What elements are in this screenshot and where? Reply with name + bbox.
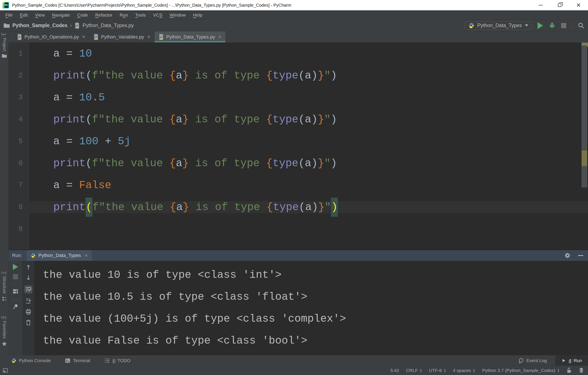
settings-gear-icon[interactable] — [564, 252, 571, 259]
stop-button[interactable] — [561, 23, 566, 28]
status-widget-label: CRLF — [406, 368, 418, 373]
menu-bar: FileEditViewNavigateCodeRefactorRunTools… — [0, 10, 588, 20]
minimize-button[interactable] — [531, 0, 550, 10]
code-text[interactable]: print(f"the value {a} is of type {type(a… — [29, 201, 588, 213]
run-configuration-name: Python_Data_Types — [477, 22, 522, 28]
line-number[interactable]: 7 — [9, 181, 29, 189]
stop-button[interactable] — [13, 274, 18, 279]
hector-inspector-icon[interactable] — [578, 368, 584, 373]
editor-tab-bar: Python_IO_Operations.py✕Python_Variables… — [9, 32, 588, 43]
hide-panel-button[interactable] — [578, 255, 583, 256]
tool-window-button-4-run[interactable]: 4: Run — [555, 355, 588, 365]
breadcrumb-project[interactable]: Python_Sample_Codes — [12, 22, 67, 28]
line-number[interactable]: 6 — [9, 159, 29, 167]
code-text[interactable]: print(f"the value {a} is of type {type(a… — [29, 113, 588, 126]
run-tab[interactable]: Python_Data_Types ✕ — [27, 250, 92, 261]
clear-all-button[interactable] — [25, 319, 32, 326]
code-line: 6print(f"the value {a} is of type {type(… — [9, 152, 588, 174]
code-line: 1a = 10 — [9, 43, 588, 64]
soft-wrap-button[interactable] — [24, 285, 32, 293]
console-output-line[interactable]: the value (100+5j) is of type <class 'co… — [43, 308, 588, 330]
menu-view[interactable]: View — [31, 12, 48, 18]
pin-tab-button[interactable] — [12, 303, 19, 310]
menu-navigate[interactable]: Navigate — [48, 12, 74, 18]
tool-window-button-event-log[interactable]: Event Log — [518, 355, 547, 365]
tool-window-button-python-console[interactable]: Python Console — [11, 355, 51, 365]
status-widget[interactable]: CRLF▲▼ — [406, 368, 422, 373]
run-panel: the value 10 is of type <class 'int'>the… — [9, 261, 588, 355]
editor-tab[interactable]: Python_Data_Types.py✕ — [155, 32, 225, 42]
run-panel-actions — [564, 252, 583, 259]
code-text[interactable]: a = 10 — [29, 48, 588, 60]
stripe-button-2-favorites[interactable]: 2: Favorites — [0, 316, 9, 347]
run-button[interactable] — [537, 22, 543, 29]
line-number[interactable]: 1 — [9, 49, 29, 58]
restore-layout-button[interactable] — [12, 288, 19, 295]
down-stack-trace-button[interactable] — [25, 275, 32, 281]
console-output-line[interactable]: the value False is of type <class 'bool'… — [43, 330, 588, 352]
console-output[interactable]: the value 10 is of type <class 'int'>the… — [34, 261, 588, 355]
close-icon[interactable]: ✕ — [82, 34, 85, 39]
unlock-icon[interactable] — [567, 367, 572, 374]
line-number[interactable]: 4 — [9, 115, 29, 123]
restore-icon — [558, 3, 561, 7]
status-widget[interactable]: 4 spaces▲▼ — [453, 368, 475, 373]
menu-help[interactable]: Help — [189, 12, 206, 18]
code-text[interactable]: a = 10.5 — [29, 91, 588, 104]
menu-code[interactable]: Code — [74, 12, 92, 18]
run-tab-label: Python_Data_Types — [38, 253, 81, 258]
print-button[interactable] — [25, 309, 32, 315]
tool-window-switcher[interactable] — [3, 368, 8, 373]
spinner-arrows-icon: ▲▼ — [444, 368, 446, 373]
menu-edit[interactable]: Edit — [16, 12, 31, 18]
scroll-to-end-button[interactable] — [25, 298, 32, 304]
menu-window[interactable]: Window — [166, 12, 189, 18]
status-widget[interactable]: Python 3.7 (Python_Sample_Codes)▲▼ — [482, 368, 560, 373]
spinner-arrows-icon: ▲▼ — [420, 368, 422, 373]
line-number[interactable]: 2 — [9, 71, 29, 80]
status-widget[interactable]: 5:42 — [390, 368, 399, 373]
code-text[interactable]: a = False — [29, 179, 588, 191]
up-stack-trace-button[interactable] — [25, 264, 32, 270]
window-title: Python_Sample_Codes [C:\Users\User\Pycha… — [12, 3, 291, 8]
line-number[interactable]: 9 — [9, 225, 29, 233]
console-output-line[interactable]: the value 10.5 is of type <class 'float'… — [43, 286, 588, 308]
tool-window-button-6-todo[interactable]: 6: TODO — [105, 355, 130, 365]
stripe-label: 1: Project — [2, 33, 7, 51]
restore-button[interactable] — [550, 0, 569, 10]
tab-label: Python_IO_Operations.py — [24, 34, 79, 40]
menu-file[interactable]: File — [2, 12, 16, 18]
code-text[interactable]: print(f"the value {a} is of type {type(a… — [29, 69, 588, 82]
line-number[interactable]: 5 — [9, 137, 29, 145]
run-configuration-select[interactable]: Python_Data_Types — [465, 21, 532, 30]
editor-tab[interactable]: Python_IO_Operations.py✕ — [13, 32, 89, 42]
menu-vcs[interactable]: VCS — [149, 12, 166, 18]
close-icon[interactable]: ✕ — [147, 34, 150, 39]
line-number[interactable]: 3 — [9, 93, 29, 101]
code-text[interactable]: a = 100 + 5j — [29, 135, 588, 148]
debug-button[interactable] — [549, 22, 556, 29]
code-text[interactable]: print(f"the value {a} is of type {type(a… — [29, 157, 588, 170]
menu-tools[interactable]: Tools — [132, 12, 149, 18]
stripe-button-7-structure[interactable]: 7: Structure — [0, 271, 9, 301]
editor-tab[interactable]: Python_Variables.py✕ — [89, 32, 155, 42]
pycharm-window: PC Python_Sample_Codes [C:\Users\User\Py… — [0, 0, 588, 375]
line-number[interactable]: 8 — [9, 203, 29, 211]
tool-window-bar: Python ConsoleTerminal6: TODO Event Log4… — [0, 355, 588, 365]
close-icon[interactable]: ✕ — [84, 253, 88, 258]
status-widget-label: UTF-8 — [429, 368, 442, 373]
breadcrumb-file[interactable]: Python_Data_Types.py — [83, 22, 134, 28]
status-widget[interactable]: UTF-8▲▼ — [429, 368, 446, 373]
search-everywhere-button[interactable] — [578, 22, 585, 29]
tool-window-bar-left: Python ConsoleTerminal6: TODO — [11, 355, 130, 365]
stripe-button-1-project[interactable]: 1: Project — [0, 33, 9, 58]
console-output-line[interactable]: the value 10 is of type <class 'int'> — [43, 264, 588, 286]
menu-run[interactable]: Run — [116, 12, 132, 18]
tool-window-button-terminal[interactable]: Terminal — [65, 355, 90, 365]
python-file-icon — [93, 34, 99, 40]
menu-refactor[interactable]: Refactor — [92, 12, 116, 18]
close-button[interactable]: ✕ — [569, 0, 588, 10]
code-editor[interactable]: 1a = 102print(f"the value {a} is of type… — [9, 43, 588, 249]
rerun-button[interactable] — [13, 264, 18, 270]
close-icon[interactable]: ✕ — [218, 34, 221, 39]
